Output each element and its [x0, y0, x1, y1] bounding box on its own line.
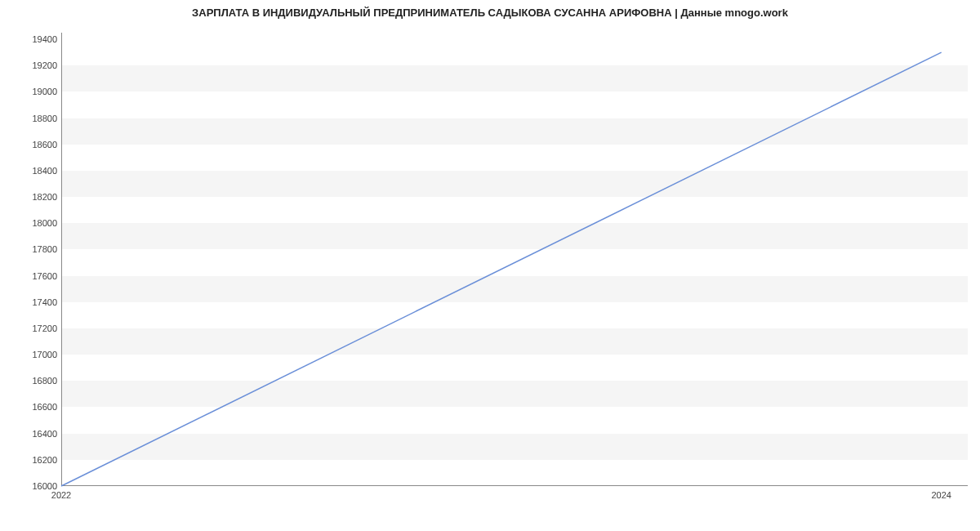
- y-tick-label: 16800: [8, 376, 57, 386]
- plot-area: [61, 33, 968, 486]
- y-tick-label: 18000: [8, 218, 57, 228]
- y-tick-label: 17800: [8, 244, 57, 254]
- y-tick-label: 16000: [8, 481, 57, 491]
- chart-title: ЗАРПЛАТА В ИНДИВИДУАЛЬНЫЙ ПРЕДПРИНИМАТЕЛ…: [0, 7, 980, 19]
- y-tick-label: 17400: [8, 297, 57, 307]
- x-tick-label: 2024: [931, 490, 951, 500]
- y-tick-label: 18800: [8, 114, 57, 123]
- data-line: [61, 52, 942, 486]
- y-tick-label: 17200: [8, 324, 57, 333]
- y-tick-label: 17000: [8, 350, 57, 359]
- y-tick-label: 17600: [8, 271, 57, 281]
- y-tick-label: 19000: [8, 87, 57, 96]
- y-tick-label: 19200: [8, 60, 57, 70]
- y-tick-label: 16200: [8, 455, 57, 465]
- line-layer: [61, 33, 968, 486]
- y-tick-label: 19400: [8, 34, 57, 44]
- y-tick-label: 16400: [8, 429, 57, 439]
- y-tick-label: 18400: [8, 166, 57, 176]
- y-tick-label: 18200: [8, 192, 57, 202]
- y-tick-label: 16600: [8, 402, 57, 412]
- y-tick-label: 18600: [8, 140, 57, 149]
- x-tick-label: 2022: [51, 490, 71, 500]
